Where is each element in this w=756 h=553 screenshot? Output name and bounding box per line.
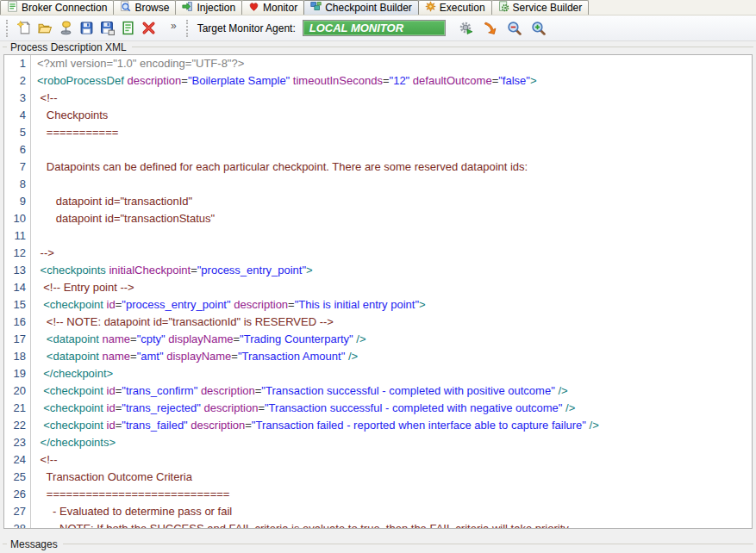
deploy-button[interactable]: [55, 18, 76, 39]
tab-monitor[interactable]: Monitor: [241, 0, 304, 15]
line-number: 5: [4, 124, 31, 141]
code-line: 3 <!--: [4, 90, 752, 107]
tab-checkpoint-builder[interactable]: Checkpoint Builder: [303, 0, 419, 15]
code-line: 9 datapoint id="transactionId": [4, 193, 752, 210]
main-toolbar: » Target Monitor Agent: LOCAL MONITOR: [0, 16, 756, 41]
agent-toolbar-drag-handle[interactable]: [186, 20, 191, 37]
code-text: <checkpoint id="trans_rejected" descript…: [37, 400, 575, 417]
code-line: 26 ============================: [4, 486, 752, 503]
code-line: 10 datapoint id="transactionStatus": [4, 210, 752, 227]
line-number: 1: [4, 55, 31, 72]
tab-service-builder[interactable]: Service Builder: [491, 0, 590, 15]
line-number: 17: [4, 331, 31, 348]
code-lines: 1<?xml version="1.0" encoding="UTF-8"?>2…: [4, 55, 752, 529]
magnifier-doc-icon: [120, 1, 131, 15]
xml-editor[interactable]: 1<?xml version="1.0" encoding="UTF-8"?>2…: [3, 54, 753, 529]
code-text: datapoint id="transactionStatus": [37, 210, 215, 227]
import-arrow-button[interactable]: [480, 18, 501, 39]
starburst-icon: [425, 1, 436, 15]
code-line: 6: [4, 141, 752, 158]
code-text: -->: [37, 245, 54, 262]
code-line: 25 Transaction Outcome Criteria: [4, 469, 752, 486]
code-text: <roboProcessDef description="Boilerplate…: [37, 72, 537, 90]
line-number: 14: [4, 279, 31, 296]
line-number: 9: [4, 193, 31, 210]
zoom-in-button[interactable]: [528, 18, 549, 39]
code-line: 23 </checkpoints>: [4, 434, 752, 451]
code-line: 7 Datapoints can be defined for each par…: [4, 158, 752, 176]
messages-title: Messages: [3, 537, 753, 550]
code-text: <checkpoint id="trans_failed" descriptio…: [37, 417, 599, 434]
toolbar-overflow-chevron[interactable]: »: [171, 20, 176, 32]
code-line: 18 <datapoint name="amt" displayName="Tr…: [4, 348, 752, 365]
run-settings-button[interactable]: [456, 18, 477, 39]
gear-page-icon: [498, 1, 509, 15]
code-line: 22 <checkpoint id="trans_failed" descrip…: [4, 417, 752, 434]
code-text: <!--: [37, 451, 57, 469]
line-number: 12: [4, 245, 31, 262]
code-text: Checkpoints: [37, 107, 108, 124]
code-text: Transaction Outcome Criteria: [37, 469, 192, 486]
target-monitor-agent-field[interactable]: LOCAL MONITOR: [303, 20, 446, 36]
code-text: <checkpoints initialCheckpoint="process_…: [37, 262, 313, 279]
process-description-panel: Process Description XML 1<?xml version="…: [3, 40, 753, 53]
code-text: <?xml version="1.0" encoding="UTF-8"?>: [37, 55, 244, 72]
inject-arrow-icon: [182, 1, 193, 15]
line-number: 21: [4, 400, 31, 417]
tab-label: Execution: [440, 2, 485, 14]
save-as-button[interactable]: [97, 18, 117, 39]
code-line: 5 ===========: [4, 124, 752, 141]
tab-injection[interactable]: Injection: [175, 0, 242, 15]
code-text: - NOTE: If both the SUCCESS and FAIL cri…: [37, 520, 569, 529]
code-text: datapoint id="transactionId": [37, 193, 192, 210]
line-number: 3: [4, 90, 31, 107]
panel-title-text: Messages: [10, 538, 58, 550]
line-number: 6: [4, 141, 31, 158]
form-list-icon: [7, 1, 18, 15]
line-number: 27: [4, 503, 31, 520]
line-number: 16: [4, 314, 31, 331]
heart-icon: [248, 1, 259, 15]
save-button[interactable]: [76, 18, 97, 39]
code-text: - Evaluated to determine pass or fail: [37, 503, 232, 520]
code-line: 13 <checkpoints initialCheckpoint="proce…: [4, 262, 752, 279]
agent-toolbar-actions: [456, 18, 549, 39]
code-text: <!-- NOTE: datapoint id="transactionId" …: [37, 314, 334, 331]
code-text: Datapoints can be defined for each parti…: [37, 158, 528, 176]
blocks-icon: [310, 1, 322, 15]
code-line: 8: [4, 176, 752, 193]
line-number: 20: [4, 382, 31, 400]
line-number: 7: [4, 158, 31, 176]
code-line: 19 </checkpoint>: [4, 365, 752, 382]
tab-bar: Broker Connection Browse Injection Monit…: [0, 0, 756, 16]
line-number: 15: [4, 296, 31, 314]
tab-label: Browse: [134, 2, 169, 14]
code-line: 21 <checkpoint id="trans_rejected" descr…: [4, 400, 752, 417]
zoom-out-button[interactable]: [504, 18, 525, 39]
code-line: 16 <!-- NOTE: datapoint id="transactionI…: [4, 314, 752, 331]
line-number: 28: [4, 520, 31, 529]
line-number: 18: [4, 348, 31, 365]
code-text: <datapoint name="amt" displayName="Trans…: [37, 348, 358, 365]
open-folder-button[interactable]: [34, 18, 55, 39]
line-number: 19: [4, 365, 31, 382]
code-line: 17 <datapoint name="cpty" displayName="T…: [4, 331, 752, 348]
delete-button[interactable]: [138, 18, 159, 39]
code-line: 24 <!--: [4, 451, 752, 469]
code-text: <checkpoint id="trans_confirm" descripti…: [37, 382, 568, 400]
tab-label: Injection: [197, 2, 235, 14]
panel-title-text: Process Description XML: [10, 41, 127, 53]
line-number: 24: [4, 451, 31, 469]
toolbar-drag-handle[interactable]: [6, 20, 10, 37]
tab-label: Checkpoint Builder: [325, 2, 412, 14]
code-text: <checkpoint id="process_entry_point" des…: [37, 296, 426, 314]
new-document-button[interactable]: [14, 18, 34, 39]
tab-browse[interactable]: Browse: [113, 0, 176, 15]
tab-broker-connection[interactable]: Broker Connection: [0, 0, 114, 15]
code-text: </checkpoints>: [37, 434, 116, 451]
tab-label: Service Builder: [513, 2, 583, 14]
tab-execution[interactable]: Execution: [418, 0, 492, 15]
code-line: 1<?xml version="1.0" encoding="UTF-8"?>: [4, 55, 752, 72]
code-text: <!--: [37, 90, 57, 107]
report-document-button[interactable]: [117, 18, 138, 39]
